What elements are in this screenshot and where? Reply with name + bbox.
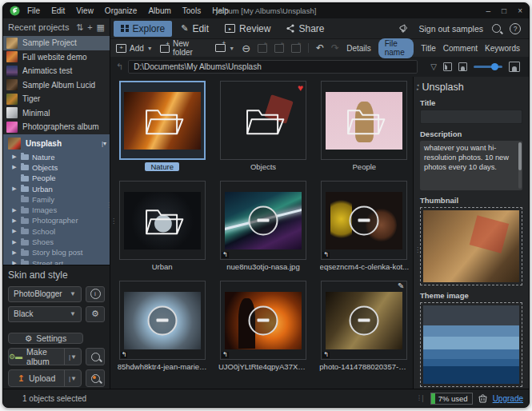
upgrade-link[interactable]: Upgrade — [493, 394, 523, 403]
grid-item-bench[interactable]: ✎ ↰ photo-1414788020357-36... — [318, 281, 411, 371]
expand-icon[interactable]: ▶ — [11, 239, 18, 245]
grid-splitter[interactable]: ⋮ — [110, 220, 115, 223]
grid-item-nature[interactable]: Nature — [115, 81, 209, 171]
project-item[interactable]: Minimal — [3, 106, 110, 121]
menu-tools[interactable]: Tools — [182, 6, 201, 15]
excluded-icon — [248, 206, 278, 235]
upload-label: Upload — [29, 373, 55, 383]
minimize-button[interactable]: – — [486, 6, 491, 15]
project-item[interactable]: Sample Album Lucid — [3, 78, 110, 93]
tree-root-unsplash[interactable]: Unsplash |▾ — [3, 137, 110, 152]
project-item[interactable]: Sample Project — [3, 36, 110, 50]
folder-icon — [21, 197, 29, 202]
go-up-icon: ↰ — [116, 62, 123, 72]
tree-item-shoes[interactable]: ▶Shoes — [3, 237, 110, 247]
filter-details[interactable]: Details — [346, 44, 371, 53]
tree-item-people[interactable]: People — [3, 173, 110, 183]
path-field[interactable]: D:\Documents\My Albums\Unsplash — [128, 60, 418, 74]
grid-item-urban[interactable]: Urban — [115, 181, 209, 271]
large-thumbnails-icon[interactable] — [509, 62, 520, 72]
filter-file-name-active[interactable]: File name — [378, 38, 414, 58]
filter-keywords[interactable]: Keywords — [485, 44, 520, 53]
sign-out-link[interactable]: Sign out samples — [418, 24, 483, 34]
tree-item-story-blog-post[interactable]: ▶Story blog post — [3, 247, 110, 257]
tab-share[interactable]: Share — [279, 21, 331, 37]
exclude-button[interactable]: ⊖ — [242, 42, 250, 54]
tree-item-urban[interactable]: ▶Urban — [3, 183, 110, 194]
tree-item-images[interactable]: ▶Images — [3, 205, 110, 215]
close-button[interactable]: × — [518, 6, 522, 15]
thumbnail-size-slider[interactable] — [474, 66, 502, 68]
grid-item-olenka[interactable]: ↰ eqsezncm4-c-olenka-kot... — [318, 181, 411, 271]
expand-icon[interactable]: ▶ — [11, 217, 18, 224]
menu-file[interactable]: File — [27, 6, 40, 15]
project-view-grid-icon[interactable]: ▦ — [97, 23, 105, 32]
expand-icon[interactable]: ▶ — [11, 154, 18, 160]
upload-button[interactable]: ↥Upload |▼ — [8, 369, 82, 387]
make-album-dropdown[interactable]: |▼ — [64, 349, 81, 365]
panel-splitter[interactable]: ⋮ — [414, 249, 419, 252]
help-icon[interactable]: ? — [510, 23, 521, 34]
tree-item-school[interactable]: ▶School — [3, 226, 110, 237]
tree-root-menu-icon[interactable]: |▾ — [102, 140, 106, 147]
grid-item-jean-marie[interactable]: ↰ 85hdwh8ktr4-jean-marie-g... — [115, 281, 209, 371]
theme-image-dropzone[interactable] — [420, 302, 522, 387]
expand-icon[interactable]: ▶ — [11, 228, 18, 234]
undo-button[interactable]: ↶ — [316, 42, 324, 54]
style-settings-button[interactable]: ⚙ — [86, 306, 105, 322]
filter-funnel-icon[interactable]: ▽ — [430, 62, 437, 71]
menu-album[interactable]: Album — [148, 6, 170, 15]
project-item[interactable]: Photographers album — [3, 120, 110, 134]
filter-title[interactable]: Title — [421, 44, 436, 53]
skin-info-button[interactable]: i — [86, 286, 105, 302]
project-item[interactable]: Full website demo — [3, 50, 110, 65]
upload-dropdown[interactable]: |▼ — [64, 370, 81, 386]
project-item[interactable]: Animatics test — [3, 64, 110, 78]
add-project-icon[interactable]: + — [87, 23, 92, 32]
menu-edit[interactable]: Edit — [51, 6, 65, 15]
sort-projects-icon[interactable]: ⇅ — [76, 23, 83, 32]
tab-review[interactable]: ▸ Review — [218, 21, 278, 37]
store-basket-icon[interactable] — [478, 393, 488, 403]
filter-comment[interactable]: Comment — [443, 44, 478, 53]
tab-edit[interactable]: ✎ Edit — [174, 21, 216, 37]
import-button[interactable]: ▼ — [215, 44, 234, 52]
small-thumbnails-icon[interactable] — [458, 62, 467, 71]
make-album-button[interactable]: ⚙▬Make album |▼ — [8, 348, 82, 365]
description-textarea[interactable]: whatever you want hi-resolution photos. … — [420, 141, 522, 190]
title-input[interactable] — [420, 110, 522, 124]
thumbnail-dropzone[interactable] — [420, 207, 522, 285]
tree-item-nature[interactable]: ▶Nature — [3, 152, 110, 162]
add-button[interactable]: + Add▼ — [116, 44, 153, 53]
grid-item-nasa[interactable]: ↰ nue8nu3otjo-nasa.jpg — [216, 181, 310, 271]
grid-item-people[interactable]: People — [318, 81, 411, 171]
description-scrollbar[interactable] — [518, 142, 522, 189]
tree-item-street-art[interactable]: ▶Street art — [3, 257, 110, 264]
grid-item-objects[interactable]: ♥ Objects — [216, 81, 310, 171]
expand-icon[interactable]: ▶ — [11, 186, 18, 192]
expand-icon[interactable]: ▶ — [11, 164, 18, 170]
tree-item-objects[interactable]: ▶Objects — [3, 162, 110, 173]
preview-online-button[interactable] — [86, 369, 105, 387]
maximize-button[interactable]: □ — [502, 6, 506, 15]
settings-button[interactable]: ⚙ Settings — [8, 333, 83, 344]
style-select[interactable]: Black▼ — [8, 306, 82, 322]
tab-explore[interactable]: Explore — [114, 21, 172, 37]
paste-button-disabled — [291, 44, 301, 53]
grid-item-fire[interactable]: ↰ UJO0jYLtRte4qpyA37Xu_... — [216, 281, 310, 371]
panel-toggle-icon[interactable] — [443, 62, 452, 71]
search-icon[interactable] — [492, 24, 501, 33]
tree-item-photographer[interactable]: ▶Photographer — [3, 215, 110, 225]
expand-icon[interactable]: ▶ — [11, 249, 18, 256]
tree-item-family[interactable]: Family — [3, 194, 110, 205]
announcement-icon[interactable] — [399, 24, 410, 33]
slider-knob[interactable] — [491, 63, 498, 70]
menu-organize[interactable]: Organize — [105, 6, 138, 15]
skin-select[interactable]: PhotoBlogger▼ — [8, 286, 82, 302]
preview-album-button[interactable] — [86, 348, 105, 365]
panel-collapse-icon[interactable]: ◂▸ — [417, 83, 419, 91]
expand-icon[interactable]: ▶ — [11, 207, 18, 213]
new-folder-button[interactable]: New folder — [160, 39, 209, 57]
project-item[interactable]: Tiger — [3, 92, 110, 106]
menu-view[interactable]: View — [76, 6, 94, 15]
